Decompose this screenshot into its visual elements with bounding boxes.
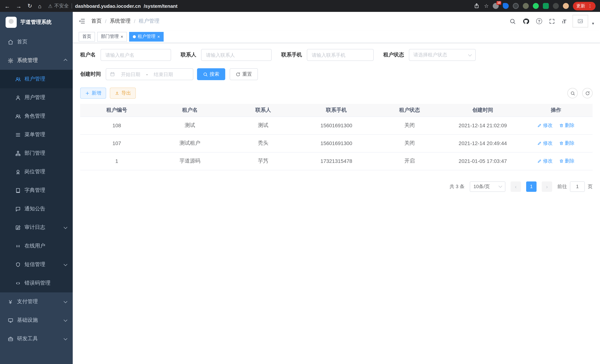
sidebar-item-notice[interactable]: 通知公告 xyxy=(0,200,73,218)
app-title: 芋道管理系统 xyxy=(20,19,52,26)
sidebar-item-infrastructure[interactable]: 基础设施 xyxy=(0,311,73,329)
sidebar-item-dept[interactable]: 部门管理 xyxy=(0,144,73,162)
breadcrumb-system[interactable]: 系统管理 xyxy=(110,18,131,25)
prev-page-button[interactable]: ‹ xyxy=(511,181,521,192)
browser-menu-dots-icon[interactable]: ⋮ xyxy=(588,3,592,9)
active-dot xyxy=(133,35,136,38)
tab-dept[interactable]: 部门管理 × xyxy=(97,32,127,41)
extension-icon-8[interactable] xyxy=(563,3,569,9)
sidebar-item-error-code[interactable]: 错误码管理 xyxy=(0,274,73,292)
date-range-picker[interactable]: - xyxy=(106,68,193,80)
edit-log-icon xyxy=(15,224,21,230)
close-icon[interactable]: × xyxy=(121,34,123,39)
security-label[interactable]: 不安全 xyxy=(54,3,69,9)
sidebar-item-tenant[interactable]: 租户管理 xyxy=(0,70,73,88)
page-size-select[interactable]: 10条/页 xyxy=(470,181,505,192)
sidebar-item-online-user[interactable]: 在线用户 xyxy=(0,237,73,255)
contact-input[interactable] xyxy=(201,49,272,61)
avatar-caret-icon[interactable]: ▾ xyxy=(592,21,594,28)
browser-home-icon[interactable]: ⌂ xyxy=(38,3,41,9)
search-button[interactable]: 搜索 xyxy=(197,68,225,80)
status-select[interactable]: 请选择租户状态 xyxy=(409,49,476,61)
browser-reload-icon[interactable]: ↻ xyxy=(28,3,32,9)
close-icon[interactable]: × xyxy=(157,34,160,39)
browser-back-icon[interactable]: ← xyxy=(4,3,10,9)
date-start-input[interactable] xyxy=(117,71,144,77)
edit-link[interactable]: 修改 xyxy=(537,140,553,147)
add-button[interactable]: 新增 xyxy=(80,88,106,99)
refresh-table-button[interactable] xyxy=(582,88,593,98)
trash-icon xyxy=(559,123,564,128)
extension-icon-5[interactable] xyxy=(533,3,539,9)
extension-icon-6[interactable] xyxy=(543,3,549,9)
page-unit-label: 页 xyxy=(588,183,593,190)
table-row: 1 芋道源码 芋艿 17321315478 开启 2021-01-05 17:0… xyxy=(80,152,593,170)
address-bar[interactable]: ⚠ 不安全 dashboard.yudao.iocoder.cn/system/… xyxy=(48,3,474,9)
monitor-icon xyxy=(7,317,13,323)
search-icon[interactable] xyxy=(509,18,516,25)
system-submenu: 租户管理 用户管理 角色管理 菜单管理 部门管理 xyxy=(0,70,73,292)
calendar-icon xyxy=(110,72,115,77)
phone-label: 联系手机 xyxy=(281,52,302,58)
edit-link[interactable]: 修改 xyxy=(537,122,553,129)
help-icon[interactable]: ? xyxy=(536,18,542,24)
bookmark-star-icon[interactable]: ☆ xyxy=(484,3,489,9)
toggle-search-button[interactable] xyxy=(567,88,578,98)
refresh-icon xyxy=(236,72,240,77)
sidebar-item-post[interactable]: 岗位管理 xyxy=(0,162,73,181)
extension-icon-3[interactable] xyxy=(513,3,519,9)
edit-link[interactable]: 修改 xyxy=(537,158,553,164)
table-header-row: 租户编号 租户名 联系人 联系手机 租户状态 创建时间 操作 xyxy=(80,104,593,117)
font-size-icon[interactable]: tT xyxy=(562,18,566,24)
delete-link[interactable]: 删除 xyxy=(559,122,575,129)
logo-image xyxy=(6,17,17,28)
next-page-button[interactable]: › xyxy=(542,181,552,192)
sidebar-item-menu[interactable]: 菜单管理 xyxy=(0,125,73,144)
url-path[interactable]: /system/tenant xyxy=(144,3,178,9)
sidebar-logo[interactable]: 芋道管理系统 xyxy=(0,12,73,33)
page-number-1[interactable]: 1 xyxy=(526,181,536,192)
sidebar-item-audit-log[interactable]: 审计日志 xyxy=(0,218,73,237)
badge-icon xyxy=(15,169,21,175)
sidebar-item-dict[interactable]: 字典管理 xyxy=(0,181,73,200)
github-icon[interactable] xyxy=(523,18,529,25)
sidebar-item-dev-tools[interactable]: 研发工具 xyxy=(0,329,73,348)
phone-input[interactable] xyxy=(307,49,374,61)
browser-forward-icon[interactable]: → xyxy=(16,3,21,9)
tenant-name-label: 租户名 xyxy=(80,52,96,58)
broadcast-icon xyxy=(15,243,21,249)
extension-icon-2[interactable] xyxy=(503,3,509,9)
delete-link[interactable]: 删除 xyxy=(559,140,575,147)
sidebar-item-sms[interactable]: 短信管理 xyxy=(0,255,73,274)
status-label: 租户状态 xyxy=(383,52,404,58)
delete-link[interactable]: 删除 xyxy=(559,158,575,164)
avatar[interactable] xyxy=(573,15,588,28)
browser-update-button[interactable]: 更新 ⋮ xyxy=(573,2,596,10)
date-end-input[interactable] xyxy=(150,71,177,77)
fullscreen-icon[interactable] xyxy=(549,18,555,25)
tab-home[interactable]: 首页 xyxy=(79,32,95,41)
sidebar-item-role[interactable]: 角色管理 xyxy=(0,107,73,125)
breadcrumb-home[interactable]: 首页 xyxy=(91,18,102,25)
sidebar-item-home[interactable]: 首页 xyxy=(0,33,73,51)
tab-tenant[interactable]: 租户管理 × xyxy=(129,32,164,41)
top-navbar: 首页 / 系统管理 / 租户管理 ? tT ▾ xyxy=(73,12,600,30)
search-icon xyxy=(570,91,575,95)
extension-icon-1[interactable]: 10 xyxy=(493,3,499,9)
sidebar-fold-icon[interactable] xyxy=(79,18,85,25)
sidebar-item-user[interactable]: 用户管理 xyxy=(0,88,73,107)
tenant-table: 租户编号 租户名 联系人 联系手机 租户状态 创建时间 操作 108 测试 xyxy=(80,104,593,170)
gear-icon xyxy=(7,57,13,64)
goto-page-input[interactable] xyxy=(570,181,585,192)
sidebar-item-system[interactable]: 系统管理 xyxy=(0,51,73,70)
reset-button[interactable]: 重置 xyxy=(230,68,258,80)
export-button[interactable]: 导出 xyxy=(110,88,136,99)
extension-icon-7[interactable] xyxy=(553,3,559,9)
toolbox-icon xyxy=(7,336,13,342)
org-tree-icon xyxy=(15,150,21,156)
url-domain[interactable]: dashboard.yudao.iocoder.cn xyxy=(75,3,141,9)
sidebar-item-payment[interactable]: ¥ 支付管理 xyxy=(0,292,73,311)
extension-icon-4[interactable] xyxy=(523,3,529,9)
share-icon[interactable] xyxy=(474,3,480,9)
tenant-name-input[interactable] xyxy=(101,49,171,61)
